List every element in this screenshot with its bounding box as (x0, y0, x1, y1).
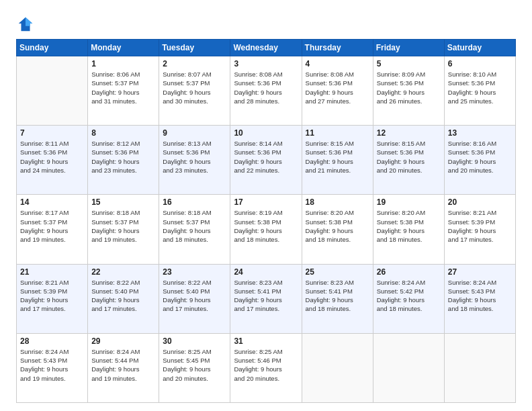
day-info: Sunrise: 8:23 AM Sunset: 5:41 PM Dayligh… (306, 278, 369, 314)
day-info: Sunrise: 8:22 AM Sunset: 5:40 PM Dayligh… (91, 278, 155, 314)
day-number: 22 (91, 267, 155, 277)
day-info: Sunrise: 8:25 AM Sunset: 5:45 PM Dayligh… (163, 347, 226, 383)
calendar-cell: 6Sunrise: 8:10 AM Sunset: 5:36 PM Daylig… (444, 56, 515, 126)
calendar-cell: 28Sunrise: 8:24 AM Sunset: 5:43 PM Dayli… (17, 333, 88, 402)
day-number: 17 (234, 197, 298, 207)
day-info: Sunrise: 8:19 AM Sunset: 5:38 PM Dayligh… (234, 208, 298, 244)
day-info: Sunrise: 8:24 AM Sunset: 5:43 PM Dayligh… (20, 347, 84, 383)
calendar-cell: 7Sunrise: 8:11 AM Sunset: 5:36 PM Daylig… (17, 126, 88, 195)
day-info: Sunrise: 8:21 AM Sunset: 5:39 PM Dayligh… (448, 208, 512, 244)
day-number: 8 (91, 128, 155, 138)
calendar-cell: 14Sunrise: 8:17 AM Sunset: 5:37 PM Dayli… (17, 195, 88, 264)
day-info: Sunrise: 8:20 AM Sunset: 5:38 PM Dayligh… (306, 208, 369, 244)
day-number: 29 (91, 336, 155, 346)
day-number: 13 (448, 128, 512, 138)
svg-marker-1 (26, 17, 32, 26)
calendar-cell: 30Sunrise: 8:25 AM Sunset: 5:45 PM Dayli… (159, 333, 230, 402)
day-number: 28 (20, 336, 84, 346)
day-info: Sunrise: 8:20 AM Sunset: 5:38 PM Dayligh… (377, 208, 441, 244)
calendar-cell (373, 333, 444, 402)
day-info: Sunrise: 8:07 AM Sunset: 5:37 PM Dayligh… (163, 70, 226, 105)
header (16, 12, 516, 34)
calendar-week-row: 14Sunrise: 8:17 AM Sunset: 5:37 PM Dayli… (17, 195, 516, 264)
day-info: Sunrise: 8:12 AM Sunset: 5:36 PM Dayligh… (91, 139, 155, 175)
day-info: Sunrise: 8:10 AM Sunset: 5:36 PM Dayligh… (448, 70, 512, 105)
day-info: Sunrise: 8:08 AM Sunset: 5:36 PM Dayligh… (234, 70, 298, 105)
calendar-header-row: SundayMondayTuesdayWednesdayThursdayFrid… (17, 40, 516, 56)
day-number: 18 (306, 197, 369, 207)
day-number: 20 (448, 197, 512, 207)
calendar-cell: 23Sunrise: 8:22 AM Sunset: 5:40 PM Dayli… (159, 264, 230, 333)
calendar-cell: 2Sunrise: 8:07 AM Sunset: 5:37 PM Daylig… (159, 56, 230, 126)
calendar-cell: 18Sunrise: 8:20 AM Sunset: 5:38 PM Dayli… (302, 195, 373, 264)
day-number: 11 (306, 128, 369, 138)
calendar-cell: 22Sunrise: 8:22 AM Sunset: 5:40 PM Dayli… (88, 264, 159, 333)
day-info: Sunrise: 8:24 AM Sunset: 5:44 PM Dayligh… (91, 347, 155, 383)
calendar-cell (302, 333, 373, 402)
day-info: Sunrise: 8:17 AM Sunset: 5:37 PM Dayligh… (20, 208, 84, 244)
day-number: 4 (306, 59, 369, 68)
weekday-header: Wednesday (230, 40, 302, 56)
day-number: 21 (20, 267, 84, 277)
day-number: 12 (377, 128, 441, 138)
weekday-header: Saturday (444, 40, 515, 56)
weekday-header: Thursday (302, 40, 373, 56)
weekday-header: Tuesday (159, 40, 230, 56)
calendar-table: SundayMondayTuesdayWednesdayThursdayFrid… (16, 39, 516, 403)
day-info: Sunrise: 8:15 AM Sunset: 5:36 PM Dayligh… (377, 139, 441, 175)
day-number: 27 (448, 267, 512, 277)
calendar-cell: 24Sunrise: 8:23 AM Sunset: 5:41 PM Dayli… (230, 264, 302, 333)
calendar-cell: 12Sunrise: 8:15 AM Sunset: 5:36 PM Dayli… (373, 126, 444, 195)
day-number: 5 (377, 59, 441, 68)
day-number: 15 (91, 197, 155, 207)
day-number: 31 (234, 336, 298, 346)
calendar-week-row: 28Sunrise: 8:24 AM Sunset: 5:43 PM Dayli… (17, 333, 516, 402)
calendar-week-row: 7Sunrise: 8:11 AM Sunset: 5:36 PM Daylig… (17, 126, 516, 195)
weekday-header: Friday (373, 40, 444, 56)
day-number: 7 (20, 128, 84, 138)
day-info: Sunrise: 8:21 AM Sunset: 5:39 PM Dayligh… (20, 278, 84, 314)
calendar-cell: 9Sunrise: 8:13 AM Sunset: 5:36 PM Daylig… (159, 126, 230, 195)
day-info: Sunrise: 8:24 AM Sunset: 5:42 PM Dayligh… (377, 278, 441, 314)
day-number: 19 (377, 197, 441, 207)
day-number: 26 (377, 267, 441, 277)
day-number: 16 (163, 197, 226, 207)
calendar-cell: 10Sunrise: 8:14 AM Sunset: 5:36 PM Dayli… (230, 126, 302, 195)
logo (16, 15, 38, 34)
day-info: Sunrise: 8:25 AM Sunset: 5:46 PM Dayligh… (234, 347, 298, 383)
day-info: Sunrise: 8:06 AM Sunset: 5:37 PM Dayligh… (91, 70, 155, 105)
day-number: 25 (306, 267, 369, 277)
day-number: 10 (234, 128, 298, 138)
calendar-week-row: 21Sunrise: 8:21 AM Sunset: 5:39 PM Dayli… (17, 264, 516, 333)
calendar-cell: 29Sunrise: 8:24 AM Sunset: 5:44 PM Dayli… (88, 333, 159, 402)
day-number: 3 (234, 59, 298, 68)
weekday-header: Monday (88, 40, 159, 56)
calendar-cell: 3Sunrise: 8:08 AM Sunset: 5:36 PM Daylig… (230, 56, 302, 126)
weekday-header: Sunday (17, 40, 88, 56)
calendar-cell: 4Sunrise: 8:08 AM Sunset: 5:36 PM Daylig… (302, 56, 373, 126)
day-number: 6 (448, 59, 512, 68)
day-number: 9 (163, 128, 226, 138)
day-number: 30 (163, 336, 226, 346)
calendar-cell: 19Sunrise: 8:20 AM Sunset: 5:38 PM Dayli… (373, 195, 444, 264)
calendar-cell: 13Sunrise: 8:16 AM Sunset: 5:36 PM Dayli… (444, 126, 515, 195)
day-info: Sunrise: 8:11 AM Sunset: 5:36 PM Dayligh… (20, 139, 84, 175)
day-info: Sunrise: 8:18 AM Sunset: 5:37 PM Dayligh… (91, 208, 155, 244)
day-info: Sunrise: 8:15 AM Sunset: 5:36 PM Dayligh… (306, 139, 369, 175)
day-number: 1 (91, 59, 155, 68)
calendar-cell (444, 333, 515, 402)
calendar-cell: 20Sunrise: 8:21 AM Sunset: 5:39 PM Dayli… (444, 195, 515, 264)
calendar-cell: 26Sunrise: 8:24 AM Sunset: 5:42 PM Dayli… (373, 264, 444, 333)
logo-icon (16, 15, 35, 34)
day-info: Sunrise: 8:22 AM Sunset: 5:40 PM Dayligh… (163, 278, 226, 314)
calendar-cell: 8Sunrise: 8:12 AM Sunset: 5:36 PM Daylig… (88, 126, 159, 195)
calendar-cell: 17Sunrise: 8:19 AM Sunset: 5:38 PM Dayli… (230, 195, 302, 264)
day-info: Sunrise: 8:13 AM Sunset: 5:36 PM Dayligh… (163, 139, 226, 175)
day-info: Sunrise: 8:08 AM Sunset: 5:36 PM Dayligh… (306, 70, 369, 105)
calendar-cell: 21Sunrise: 8:21 AM Sunset: 5:39 PM Dayli… (17, 264, 88, 333)
calendar-cell: 5Sunrise: 8:09 AM Sunset: 5:36 PM Daylig… (373, 56, 444, 126)
day-info: Sunrise: 8:09 AM Sunset: 5:36 PM Dayligh… (377, 70, 441, 105)
day-number: 14 (20, 197, 84, 207)
calendar-cell: 1Sunrise: 8:06 AM Sunset: 5:37 PM Daylig… (88, 56, 159, 126)
day-number: 24 (234, 267, 298, 277)
